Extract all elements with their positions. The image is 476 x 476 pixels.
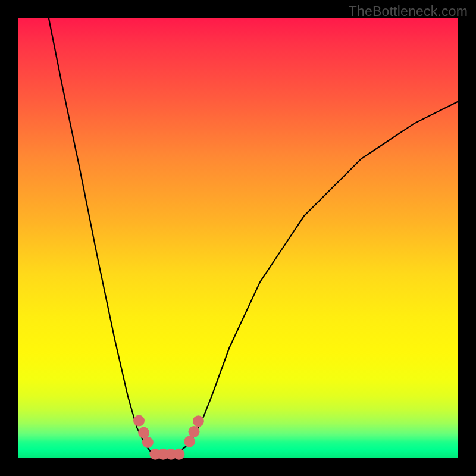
curve-marker — [184, 436, 195, 447]
bottleneck-curve — [49, 18, 458, 458]
curve-svg — [18, 18, 458, 458]
curve-marker — [173, 449, 184, 460]
curve-marker — [138, 427, 149, 439]
curve-marker — [189, 426, 200, 437]
curve-marker — [142, 437, 154, 448]
plot-area — [18, 18, 458, 458]
chart-container: TheBottleneck.com — [0, 0, 476, 476]
curve-markers — [133, 415, 204, 460]
curve-marker — [133, 415, 145, 427]
watermark-text: TheBottleneck.com — [349, 4, 468, 20]
curve-marker — [193, 415, 204, 427]
